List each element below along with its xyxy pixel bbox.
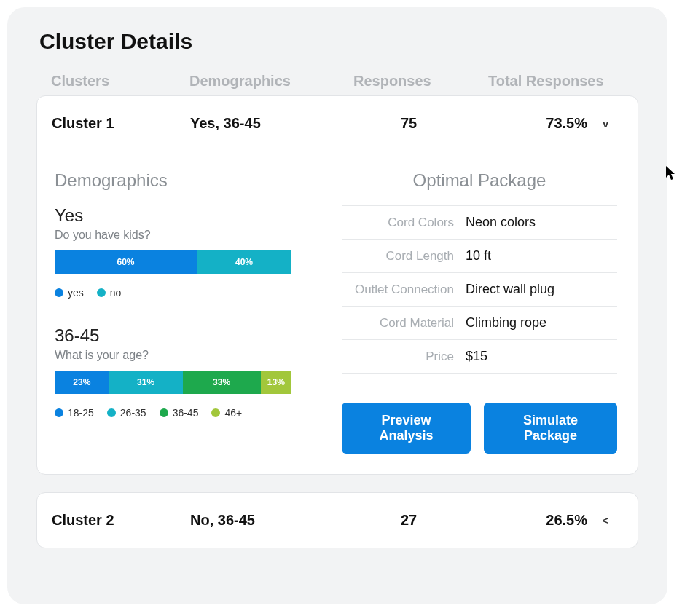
demographics-heading: Demographics: [55, 170, 303, 191]
package-row: Cord Length10 ft: [342, 240, 617, 273]
legend-item: 36-45: [160, 407, 199, 419]
demo-kids-title: Yes: [55, 205, 303, 226]
bar-segment: 31%: [109, 371, 183, 394]
chevron-left-icon[interactable]: <: [603, 515, 623, 526]
table-header: Clusters Demographics Responses Total Re…: [36, 73, 638, 95]
col-total-responses: Total Responses: [488, 73, 624, 90]
demographics-section: Demographics Yes Do you have kids? 60%40…: [37, 151, 321, 474]
demo-block-kids: Yes Do you have kids? 60%40% yesno: [55, 205, 303, 299]
legend-label: 46+: [224, 407, 242, 419]
legend-label: no: [110, 287, 122, 299]
cursor-icon: [666, 166, 678, 184]
preview-analysis-button[interactable]: Preview Analysis: [342, 403, 471, 454]
package-heading: Optimal Package: [342, 170, 617, 191]
cluster-1-header-row[interactable]: Cluster 1 Yes, 36-45 75 73.5% v: [37, 96, 638, 151]
cluster-details-panel: Cluster Details Clusters Demographics Re…: [7, 7, 667, 604]
legend-dot: [55, 408, 63, 417]
demo-block-age: 36-45 What is your age? 23%31%33%13% 18-…: [55, 325, 303, 419]
cluster-name: Cluster 1: [52, 115, 190, 132]
col-clusters: Clusters: [51, 73, 189, 90]
cluster-responses: 75: [354, 115, 463, 132]
cluster-demo: No, 36-45: [190, 512, 354, 529]
package-row: Price$15: [342, 340, 617, 374]
page-title: Cluster Details: [39, 29, 638, 54]
legend-label: 36-45: [173, 407, 199, 419]
age-legend: 18-2526-3536-4546+: [55, 407, 303, 419]
chevron-down-icon[interactable]: v: [603, 118, 623, 130]
col-demographics: Demographics: [189, 73, 353, 90]
legend-item: 26-35: [107, 407, 146, 419]
bar-segment: 40%: [197, 250, 291, 274]
simulate-package-button[interactable]: Simulate Package: [484, 403, 617, 454]
bar-segment: 60%: [55, 250, 197, 274]
legend-item: 18-25: [55, 407, 94, 419]
kids-legend: yesno: [55, 287, 303, 299]
package-row: Cord MaterialClimbing rope: [342, 307, 617, 340]
legend-dot: [160, 408, 168, 417]
cluster-pct: 73.5%: [463, 115, 595, 132]
legend-item: no: [97, 287, 122, 299]
package-label: Cord Colors: [342, 216, 466, 230]
bar-segment: 13%: [261, 371, 291, 394]
divider: [55, 312, 303, 312]
optimal-package-section: Optimal Package Cord ColorsNeon colorsCo…: [321, 151, 638, 474]
legend-dot: [97, 288, 106, 297]
package-label: Cord Length: [342, 249, 466, 264]
cluster-card-1: Cluster 1 Yes, 36-45 75 73.5% v Demograp…: [36, 95, 638, 475]
demo-age-title: 36-45: [55, 325, 303, 346]
legend-label: yes: [68, 287, 84, 299]
legend-label: 26-35: [120, 407, 146, 419]
package-row: Outlet ConnectionDirect wall plug: [342, 273, 617, 307]
kids-bar-chart: 60%40%: [55, 250, 291, 274]
legend-item: yes: [55, 287, 84, 299]
package-value: Climbing rope: [466, 315, 617, 331]
cluster-responses: 27: [354, 512, 463, 529]
legend-dot: [211, 408, 220, 417]
cluster-2-header-row[interactable]: Cluster 2 No, 36-45 27 26.5% <: [37, 493, 638, 548]
bar-segment: 33%: [183, 371, 261, 394]
package-value: Neon colors: [466, 215, 617, 230]
cluster-card-2: Cluster 2 No, 36-45 27 26.5% <: [36, 492, 638, 548]
package-buttons: Preview Analysis Simulate Package: [342, 403, 617, 454]
legend-item: 46+: [211, 407, 242, 419]
package-value: 10 ft: [466, 248, 617, 264]
demo-kids-question: Do you have kids?: [55, 229, 303, 242]
package-value: Direct wall plug: [466, 282, 617, 297]
cluster-pct: 26.5%: [463, 512, 595, 529]
legend-dot: [55, 288, 63, 297]
legend-label: 18-25: [68, 407, 94, 419]
bar-segment: 23%: [55, 371, 109, 394]
demo-age-question: What is your age?: [55, 349, 303, 362]
legend-dot: [107, 408, 116, 417]
cluster-name: Cluster 2: [52, 512, 190, 529]
package-value: $15: [466, 349, 617, 364]
cluster-demo: Yes, 36-45: [190, 115, 354, 132]
package-label: Cord Material: [342, 316, 466, 331]
col-responses: Responses: [353, 73, 488, 90]
package-label: Price: [342, 350, 466, 364]
package-row: Cord ColorsNeon colors: [342, 205, 617, 240]
cluster-1-body: Demographics Yes Do you have kids? 60%40…: [37, 151, 638, 474]
package-label: Outlet Connection: [342, 283, 466, 297]
age-bar-chart: 23%31%33%13%: [55, 371, 291, 394]
